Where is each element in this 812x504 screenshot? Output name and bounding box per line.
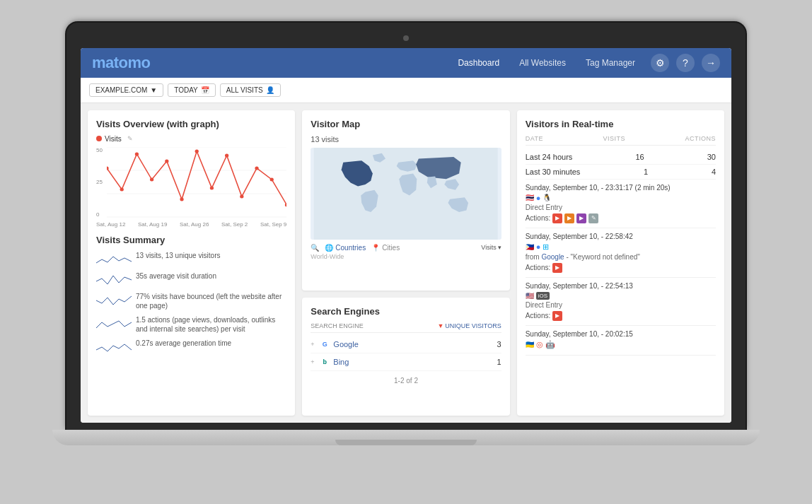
visits-overview-title: Visits Overview (with graph) [96, 119, 286, 129]
svg-point-5 [120, 187, 123, 191]
se-expand-bing[interactable]: + [311, 358, 319, 365]
actions-label-2: Actions: [526, 312, 551, 320]
rt-visitor-flags-0: 🇹🇭 ● 🐧 [526, 194, 716, 202]
se-row-google: + G Google 3 [311, 336, 501, 353]
globe-icon: 🌐 [325, 244, 333, 252]
help-icon[interactable]: ? [676, 54, 695, 72]
edit-icon[interactable]: ✎ [127, 135, 133, 142]
svg-point-4 [107, 166, 109, 170]
y-label-25: 25 [96, 179, 103, 185]
y-label-0: 0 [96, 211, 103, 218]
rt-visitor-time-2: Sunday, September 10, - 22:54:13 [526, 282, 716, 290]
cities-tab[interactable]: 📍 Cities [371, 244, 400, 252]
se-expand-google[interactable]: + [311, 341, 319, 348]
rt-visitor-flags-1: 🇵🇭 ● ⊞ [526, 242, 716, 252]
logout-icon[interactable]: → [702, 54, 720, 72]
header-nav: Dashboard All Websites Tag Manager ⚙ ? → [453, 54, 720, 72]
sparkline-0 [96, 252, 132, 266]
opera-icon: ◎ [536, 340, 543, 349]
realtime-table-header: DATE VISITS ACTIONS [526, 135, 716, 146]
app-logo: matomo [92, 54, 151, 72]
rt-visitor-flags-3: 🇺🇦 ◎ 🤖 [526, 340, 716, 349]
legend-dot [96, 136, 102, 141]
linux-icon: 🐧 [543, 194, 551, 201]
svg-point-16 [285, 203, 287, 206]
map-area [311, 148, 501, 240]
actions-label: Actions: [526, 214, 551, 222]
se-count-google: 3 [497, 340, 501, 348]
flag-ua: 🇺🇦 [526, 341, 534, 348]
se-count-bing: 1 [497, 358, 501, 366]
segment-selector[interactable]: ALL VISITS 👤 [220, 83, 281, 97]
map-dropdown[interactable]: Visits ▾ [481, 244, 501, 251]
date-selector[interactable]: TODAY 📅 [168, 83, 216, 97]
map-controls: 🔍 🌐 Countries 📍 Cities Visits [311, 244, 501, 252]
actions-label-1: Actions: [526, 264, 551, 271]
action-icon-orange-0: ▶ [564, 213, 574, 223]
se-name-google[interactable]: Google [333, 340, 497, 348]
arrow-down-icon: ▼ [437, 322, 443, 329]
countries-tab[interactable]: 🌐 Countries [325, 244, 366, 252]
gear-icon[interactable]: ⚙ [651, 54, 669, 72]
segment-icon: 👤 [266, 86, 274, 94]
se-col-engine: SEARCH ENGINE [311, 322, 364, 329]
rt-visitor-entry-1: Sunday, September 10, - 22:58:42 🇵🇭 ● ⊞ … [526, 228, 716, 278]
svg-point-13 [240, 194, 243, 198]
rt-visitor-source-0: Direct Entry [526, 204, 716, 211]
rt-visitor-time-3: Sunday, September 10, - 20:02:15 [526, 330, 716, 338]
rt-visitor-actions-2: Actions: ▶ [526, 311, 716, 321]
search-engines-title: Search Engines [311, 306, 501, 317]
y-label-50: 50 [96, 147, 103, 153]
rt-visitor-entry-0: Sunday, September 10, - 23:31:17 (2 min … [526, 180, 716, 228]
chrome-icon-1: ● [536, 242, 541, 251]
visitor-map-widget: Visitor Map 13 visits [302, 110, 509, 291]
summary-item-1: 35s average visit duration [96, 271, 286, 287]
map-scope: World-Wide [311, 253, 501, 260]
sparkline-2 [96, 293, 132, 307]
app-container: matomo Dashboard All Websites Tag Manage… [81, 48, 731, 423]
logo-text: matomo [92, 54, 151, 71]
nav-all-websites[interactable]: All Websites [515, 55, 570, 71]
nav-tag-manager[interactable]: Tag Manager [581, 55, 639, 71]
svg-point-9 [180, 197, 183, 201]
se-name-bing[interactable]: Bing [333, 358, 497, 366]
rt-summary-row-0: Last 24 hours 16 30 [526, 150, 716, 165]
realtime-widget: Visitors in Real-time DATE VISITS ACTION… [517, 110, 724, 416]
search-icon: 🔍 [311, 244, 319, 252]
se-col-visitors: ▼ UNIQUE VISITORS [437, 322, 501, 329]
sparkline-4 [96, 340, 132, 354]
rt-visitor-actions-0: Actions: ▶ ▶ ▶ ✎ [526, 213, 716, 223]
laptop-screen: matomo Dashboard All Websites Tag Manage… [81, 48, 731, 423]
rt-visitor-source-2: Direct Entry [526, 301, 716, 309]
map-visits-count: 13 visits [311, 135, 501, 143]
nav-dashboard[interactable]: Dashboard [453, 55, 504, 71]
svg-point-14 [255, 166, 258, 170]
location-icon: 📍 [371, 244, 380, 252]
rt-visitor-flags-2: 🇺🇸 iOS [526, 292, 716, 300]
laptop-base [52, 430, 760, 445]
visits-overview-widget: Visits Overview (with graph) Visits ✎ 50… [88, 110, 295, 416]
rt-summary-row-1: Last 30 minutes 1 4 [526, 165, 716, 180]
visits-legend: Visits ✎ [96, 135, 286, 143]
chevron-down-icon: ▼ [150, 86, 157, 94]
android-icon: 🤖 [545, 340, 555, 349]
summary-item-3: 1.5 actions (page views, downloads, outl… [96, 315, 286, 334]
sparkline-3 [96, 317, 132, 331]
action-icon-red-0: ▶ [552, 213, 562, 223]
google-link[interactable]: Google [541, 253, 564, 261]
rt-visits-col: VISITS [603, 135, 625, 142]
visits-chart [107, 147, 286, 218]
rt-visitor-source-1: from Google - "Keyword not defined" [526, 253, 716, 261]
ios-label: iOS [536, 292, 550, 300]
realtime-title: Visitors in Real-time [526, 119, 716, 129]
summary-item-4: 0.27s average generation time [96, 339, 286, 354]
bing-icon: b [319, 356, 330, 368]
visits-summary-section: Visits Summary 13 visits, 13 unique visi… [96, 235, 286, 354]
site-selector[interactable]: EXAMPLE.COM ▼ [89, 83, 163, 97]
main-content: Visits Overview (with graph) Visits ✎ 50… [81, 103, 731, 423]
world-map-svg [311, 148, 501, 240]
flag-us: 🇺🇸 [526, 292, 534, 300]
windows-icon: ⊞ [543, 242, 549, 252]
google-icon: G [319, 339, 330, 350]
search-engines-widget: Search Engines SEARCH ENGINE ▼ UNIQUE VI… [302, 298, 509, 416]
